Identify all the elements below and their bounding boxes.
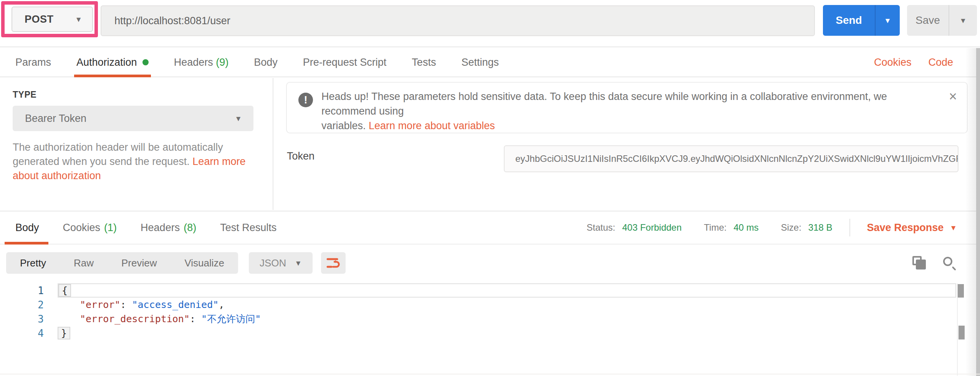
close-icon[interactable]: × — [949, 90, 957, 103]
response-section: Body Cookies(1) Headers(8) Test Results … — [0, 211, 980, 376]
auth-detail-panel: ! Heads up! These parameters hold sensit… — [274, 78, 980, 210]
status-value: 403 Forbidden — [622, 222, 682, 233]
close-brace[interactable]: } — [58, 327, 70, 339]
format-dropdown[interactable]: JSON ▼ — [249, 252, 313, 274]
code-line-content: { — [58, 283, 956, 298]
banner-text: Heads up! These parameters hold sensitiv… — [321, 89, 930, 133]
chevron-down-icon: ▼ — [960, 17, 967, 24]
bottom-divider — [0, 374, 980, 374]
response-tool-icons — [912, 256, 965, 270]
view-visualize-button[interactable]: Visualize — [171, 252, 238, 274]
line-number[interactable]: 2 — [0, 299, 49, 311]
tab-headers[interactable]: Headers (9) — [174, 48, 229, 77]
tab-settings[interactable]: Settings — [461, 48, 499, 77]
tab-body[interactable]: Body — [254, 48, 278, 77]
response-view-toolbar: Pretty Raw Preview Visualize JSON ▼ — [6, 251, 965, 275]
time-value: 40 ms — [733, 222, 758, 233]
token-label: Token — [287, 150, 315, 162]
code-line-2: 2 "error": "access_denied", — [0, 298, 980, 312]
pane-scrollbar[interactable] — [976, 48, 980, 376]
code-line-1: 1 { — [0, 283, 980, 298]
method-dropdown[interactable]: POST ▼ — [12, 7, 93, 32]
url-input[interactable]: http://localhost:8081/user — [101, 5, 815, 36]
response-tab-cookies[interactable]: Cookies(1) — [63, 211, 117, 244]
chevron-down-icon: ▼ — [950, 224, 957, 231]
save-response-button[interactable]: Save Response ▼ — [867, 222, 957, 234]
chevron-down-icon: ▼ — [884, 17, 891, 24]
open-brace[interactable]: { — [58, 284, 71, 297]
view-raw-button[interactable]: Raw — [60, 252, 108, 274]
authorization-section: TYPE Bearer Token ▼ The authorization he… — [0, 78, 980, 210]
token-input[interactable]: eyJhbGciOiJSUzI1NiIsInR5cCI6IkpXVCJ9.eyJ… — [504, 145, 958, 172]
wrap-lines-icon — [326, 257, 340, 269]
response-headers-count-badge: (8) — [184, 222, 196, 234]
sensitive-data-banner: ! Heads up! These parameters hold sensit… — [286, 82, 968, 133]
send-button-label[interactable]: Send — [823, 5, 876, 36]
postman-request-window: POST ▼ http://localhost:8081/user Send ▼… — [0, 0, 980, 376]
response-tab-body[interactable]: Body — [15, 211, 39, 244]
auth-type-value: Bearer Token — [25, 113, 86, 125]
time-label: Time: — [704, 222, 727, 233]
wrap-lines-button[interactable] — [321, 252, 346, 274]
code-line-3: 3 "error_description": "不允许访问" — [0, 312, 980, 326]
request-tabs: Params Authorization Headers (9) Body Pr… — [0, 48, 980, 77]
learn-more-variables-link[interactable]: Learn more about variables — [369, 120, 495, 131]
scrollbar-thumb[interactable] — [958, 326, 965, 339]
request-tabs-list: Params Authorization Headers (9) Body Pr… — [15, 48, 499, 77]
save-button[interactable]: Save ▼ — [907, 5, 977, 36]
tab-prerequest-script[interactable]: Pre-request Script — [303, 48, 387, 77]
request-tab-links: Cookies Code — [874, 57, 965, 68]
send-options-caret[interactable]: ▼ — [876, 5, 900, 36]
tab-tests[interactable]: Tests — [412, 48, 436, 77]
warning-icon: ! — [298, 93, 313, 107]
code-line-content: "error": "access_denied", — [58, 298, 956, 312]
view-mode-group: Pretty Raw Preview Visualize — [6, 252, 238, 274]
code-line-content: } — [58, 326, 956, 340]
scrollbar-thumb[interactable] — [958, 284, 964, 298]
code-link[interactable]: Code — [928, 57, 953, 68]
response-tab-test-results[interactable]: Test Results — [220, 211, 276, 244]
meta-divider — [849, 219, 850, 236]
cookies-link[interactable]: Cookies — [874, 57, 912, 68]
size-label: Size: — [781, 222, 801, 233]
line-number[interactable]: 1 — [0, 285, 49, 296]
status-label: Status: — [587, 222, 616, 233]
response-tabs-list: Body Cookies(1) Headers(8) Test Results — [15, 211, 276, 244]
chevron-down-icon: ▼ — [235, 115, 242, 122]
token-value: eyJhbGciOiJSUzI1NiIsInR5cCI6IkpXVCJ9.eyJ… — [515, 153, 958, 164]
response-tabs: Body Cookies(1) Headers(8) Test Results … — [0, 211, 980, 245]
method-value: POST — [25, 13, 54, 25]
auth-type-label: TYPE — [13, 90, 36, 100]
save-options-caret[interactable]: ▼ — [949, 5, 977, 36]
headers-count-badge: (9) — [216, 57, 228, 68]
tab-authorization[interactable]: Authorization — [76, 48, 149, 77]
chevron-down-icon: ▼ — [75, 16, 82, 23]
auth-type-dropdown[interactable]: Bearer Token ▼ — [13, 106, 253, 131]
send-button[interactable]: Send ▼ — [823, 5, 900, 36]
code-line-content: "error_description": "不允许访问" — [58, 312, 956, 326]
response-meta: Status: 403 Forbidden Time: 40 ms Size: … — [587, 219, 957, 236]
size-value: 318 B — [808, 222, 833, 233]
format-value: JSON — [260, 257, 286, 269]
response-body-code[interactable]: 1 { 2 "error": "access_denied", 3 "error… — [0, 283, 980, 360]
line-number[interactable]: 4 — [0, 328, 49, 339]
search-icon[interactable] — [942, 256, 956, 270]
copy-icon[interactable] — [912, 256, 926, 270]
code-line-4: 4 } — [0, 326, 980, 340]
line-number[interactable]: 3 — [0, 313, 49, 325]
cookies-count-badge: (1) — [104, 222, 117, 234]
auth-type-panel: TYPE Bearer Token ▼ The authorization he… — [0, 78, 273, 210]
url-value: http://localhost:8081/user — [114, 15, 230, 27]
view-preview-button[interactable]: Preview — [108, 252, 171, 274]
view-pretty-button[interactable]: Pretty — [6, 252, 60, 274]
auth-description: The authorization header will be automat… — [13, 140, 250, 183]
authorization-active-dot — [142, 59, 149, 65]
request-bar: POST ▼ http://localhost:8081/user Send ▼… — [0, 0, 980, 47]
save-button-label[interactable]: Save — [907, 5, 949, 36]
response-tab-headers[interactable]: Headers(8) — [141, 211, 196, 244]
chevron-down-icon: ▼ — [295, 260, 302, 267]
tab-params[interactable]: Params — [15, 48, 51, 77]
